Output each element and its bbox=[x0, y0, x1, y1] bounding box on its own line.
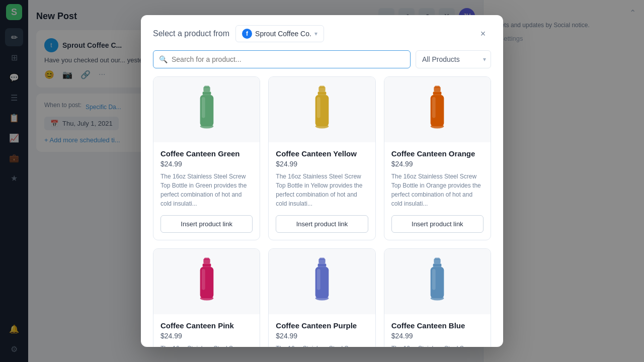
filter-wrapper: All Products Featured On Sale ▾ bbox=[416, 50, 491, 68]
svg-rect-2 bbox=[202, 92, 211, 95]
modal-title-row: Select a product from f Sprout Coffee Co… bbox=[153, 25, 324, 42]
svg-point-23 bbox=[200, 296, 213, 300]
search-icon: 🔍 bbox=[159, 55, 168, 63]
product-image-green bbox=[153, 77, 260, 142]
svg-rect-22 bbox=[202, 269, 205, 290]
product-card-purple: Coffee Canteen Purple $24.99 The 16oz St… bbox=[268, 248, 375, 347]
svg-rect-8 bbox=[318, 92, 327, 95]
product-card-blue: Coffee Canteen Blue $24.99 The 16oz Stai… bbox=[384, 248, 491, 347]
product-card-orange: Coffee Canteen Orange $24.99 The 16oz St… bbox=[384, 76, 491, 240]
svg-rect-28 bbox=[317, 269, 320, 290]
product-desc-yellow: The 16oz Stainless Steel Screw Top Bottl… bbox=[276, 172, 368, 208]
product-info-blue: Coffee Canteen Blue $24.99 The 16oz Stai… bbox=[384, 314, 491, 347]
product-info-purple: Coffee Canteen Purple $24.99 The 16oz St… bbox=[269, 314, 375, 347]
insert-link-button-orange[interactable]: Insert product link bbox=[391, 215, 484, 233]
search-box: 🔍 bbox=[153, 50, 411, 68]
product-card-yellow: Coffee Canteen Yellow $24.99 The 16oz St… bbox=[268, 76, 375, 240]
svg-point-17 bbox=[431, 124, 444, 128]
product-name-pink: Coffee Canteen Pink bbox=[160, 321, 253, 330]
source-selector[interactable]: f Sprout Coffee Co. ▾ bbox=[235, 25, 324, 42]
product-name-orange: Coffee Canteen Orange bbox=[391, 149, 484, 158]
svg-point-5 bbox=[200, 124, 213, 128]
products-grid: Coffee Canteen Green $24.99 The 16oz Sta… bbox=[153, 76, 491, 347]
product-price-pink: $24.99 bbox=[160, 332, 253, 340]
filter-select[interactable]: All Products Featured On Sale bbox=[416, 50, 491, 68]
product-info-pink: Coffee Canteen Pink $24.99 The 16oz Stai… bbox=[153, 314, 260, 347]
product-name-purple: Coffee Canteen Purple bbox=[276, 321, 368, 330]
modal-title: Select a product from bbox=[153, 29, 229, 38]
product-card-pink: Coffee Canteen Pink $24.99 The 16oz Stai… bbox=[153, 248, 260, 347]
product-desc-orange: The 16oz Stainless Steel Screw Top Bottl… bbox=[391, 172, 484, 208]
product-image-yellow bbox=[269, 77, 375, 142]
product-info-orange: Coffee Canteen Orange $24.99 The 16oz St… bbox=[384, 142, 491, 215]
product-price-green: $24.99 bbox=[160, 160, 253, 168]
product-info-green: Coffee Canteen Green $24.99 The 16oz Sta… bbox=[153, 142, 260, 215]
svg-rect-16 bbox=[432, 97, 436, 118]
source-name: Sprout Coffee Co. bbox=[255, 30, 311, 38]
svg-point-35 bbox=[431, 296, 444, 300]
product-image-blue bbox=[384, 249, 491, 314]
svg-rect-34 bbox=[432, 269, 436, 290]
chevron-down-icon: ▾ bbox=[314, 30, 317, 37]
product-price-orange: $24.99 bbox=[391, 160, 484, 168]
svg-rect-19 bbox=[204, 258, 209, 260]
svg-rect-25 bbox=[319, 258, 325, 260]
insert-link-button-yellow[interactable]: Insert product link bbox=[276, 215, 368, 233]
svg-rect-10 bbox=[317, 97, 320, 118]
product-price-blue: $24.99 bbox=[391, 332, 484, 340]
search-input[interactable] bbox=[153, 50, 411, 68]
svg-point-29 bbox=[315, 296, 329, 300]
product-image-purple bbox=[269, 249, 375, 314]
product-price-yellow: $24.99 bbox=[276, 160, 368, 168]
modal-overlay: Select a product from f Sprout Coffee Co… bbox=[0, 0, 644, 362]
product-name-blue: Coffee Canteen Blue bbox=[391, 321, 484, 330]
product-image-orange bbox=[384, 77, 491, 142]
modal-close-button[interactable]: × bbox=[475, 26, 491, 42]
svg-rect-1 bbox=[204, 86, 209, 88]
svg-rect-31 bbox=[435, 258, 440, 260]
svg-rect-26 bbox=[318, 263, 327, 267]
svg-rect-20 bbox=[202, 263, 211, 267]
svg-rect-14 bbox=[433, 92, 442, 95]
product-image-pink bbox=[153, 249, 260, 314]
product-price-purple: $24.99 bbox=[276, 332, 368, 340]
facebook-icon: f bbox=[242, 29, 252, 39]
svg-rect-7 bbox=[319, 86, 325, 88]
product-name-yellow: Coffee Canteen Yellow bbox=[276, 149, 368, 158]
product-desc-green: The 16oz Stainless Steel Screw Top Bottl… bbox=[160, 172, 253, 208]
product-info-yellow: Coffee Canteen Yellow $24.99 The 16oz St… bbox=[269, 142, 375, 215]
svg-rect-4 bbox=[202, 97, 205, 118]
modal-body: Coffee Canteen Green $24.99 The 16oz Sta… bbox=[141, 76, 503, 347]
product-desc-pink: The 16oz Stainless Steel Screw Top Bottl… bbox=[160, 344, 253, 347]
svg-rect-13 bbox=[435, 86, 440, 88]
product-name-green: Coffee Canteen Green bbox=[160, 149, 253, 158]
product-modal: Select a product from f Sprout Coffee Co… bbox=[141, 15, 503, 347]
product-desc-purple: The 16oz Stainless Steel Screw Top Bottl… bbox=[276, 344, 368, 347]
svg-rect-32 bbox=[433, 263, 442, 267]
modal-search-row: 🔍 All Products Featured On Sale ▾ bbox=[141, 50, 503, 76]
modal-header: Select a product from f Sprout Coffee Co… bbox=[141, 15, 503, 50]
insert-link-button-green[interactable]: Insert product link bbox=[160, 215, 253, 233]
svg-point-11 bbox=[315, 124, 329, 128]
product-card-green: Coffee Canteen Green $24.99 The 16oz Sta… bbox=[153, 76, 260, 240]
product-desc-blue: The 16oz Stainless Steel Screw Top Bottl… bbox=[391, 344, 484, 347]
